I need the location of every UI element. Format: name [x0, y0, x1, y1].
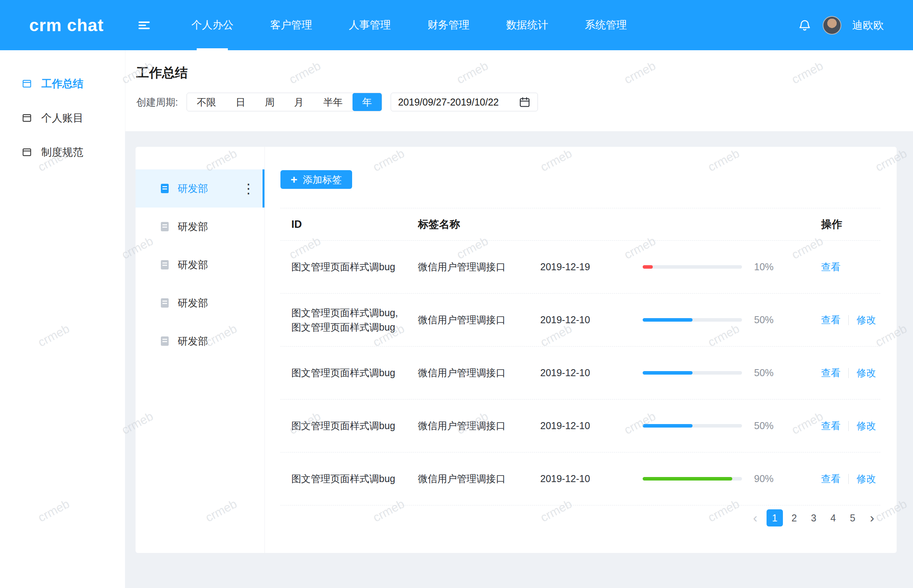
table-row: 图文管理页面样式调bug, 图文管理页面样式调bug 微信用户管理调接口 201…	[280, 294, 880, 347]
nav-item-system-mgmt[interactable]: 系统管理	[566, 0, 645, 50]
cell-percent: 90%	[743, 473, 821, 484]
nav-item-personal-office[interactable]: 个人办公	[173, 0, 252, 50]
app-header: crm chat 个人办公 客户管理 人事管理 财务管理 数据统计 系统管理 迪…	[0, 0, 913, 50]
view-link[interactable]: 查看	[821, 472, 841, 485]
progress-fill	[643, 318, 693, 322]
cell-id: 图文管理页面样式调bug, 图文管理页面样式调bug	[280, 306, 407, 334]
dept-item[interactable]: 研发部	[136, 284, 264, 322]
menu-toggle-icon[interactable]	[137, 18, 152, 33]
table-row: 图文管理页面样式调bug 微信用户管理调接口 2019-12-19 10% 查看	[280, 241, 880, 294]
nav-item-finance-mgmt[interactable]: 财务管理	[409, 0, 488, 50]
edit-link[interactable]: 修改	[857, 419, 876, 432]
dept-label: 研发部	[178, 258, 208, 272]
sidebar-item-personal-account[interactable]: 个人账目	[0, 101, 125, 135]
view-link[interactable]: 查看	[821, 366, 841, 379]
nav-item-customer-mgmt[interactable]: 客户管理	[252, 0, 330, 50]
notification-bell-icon[interactable]	[798, 18, 812, 32]
pagination-prev-icon[interactable]: ‹	[747, 509, 763, 526]
cell-date: 2019-12-10	[529, 473, 632, 484]
cell-progress	[632, 424, 743, 428]
cell-id: 图文管理页面样式调bug	[280, 366, 407, 380]
action-divider	[848, 368, 849, 378]
work-summary-icon	[22, 79, 32, 89]
edit-link[interactable]: 修改	[857, 313, 876, 326]
sidebar-item-work-summary[interactable]: 工作总结	[0, 67, 125, 101]
add-tag-button[interactable]: + 添加标签	[280, 170, 352, 189]
period-option-halfyear[interactable]: 半年	[314, 93, 353, 111]
progress-fill	[643, 424, 693, 428]
cell-actions: 查看 修改	[821, 419, 880, 432]
edit-link[interactable]: 修改	[857, 366, 876, 379]
user-avatar[interactable]	[823, 16, 841, 35]
cell-tag-name: 微信用户管理调接口	[407, 419, 529, 432]
edit-link[interactable]: 修改	[857, 472, 876, 485]
sidebar-item-label: 个人账目	[41, 111, 83, 125]
header-right: 迪欧欧	[798, 16, 884, 35]
cell-progress	[632, 371, 743, 375]
dept-item[interactable]: 研发部 ⋮	[136, 169, 264, 208]
cell-tag-name: 微信用户管理调接口	[407, 261, 529, 273]
content-card: 研发部 ⋮ 研发部 研发部 研发部 研发部	[136, 147, 897, 553]
table-row: 图文管理页面样式调bug 微信用户管理调接口 2019-12-10 90% 查看…	[280, 452, 880, 505]
cell-actions: 查看 修改	[821, 313, 880, 326]
dept-item[interactable]: 研发部	[136, 246, 264, 284]
period-option-month[interactable]: 月	[284, 93, 314, 111]
progress-track	[643, 424, 742, 428]
cell-percent: 50%	[743, 367, 821, 379]
page-title: 工作总结	[136, 50, 913, 82]
document-icon	[160, 298, 169, 308]
pagination-page-1[interactable]: 1	[767, 509, 783, 526]
cell-tag-name: 微信用户管理调接口	[407, 472, 529, 485]
filter-label: 创建周期:	[136, 96, 178, 109]
view-link[interactable]: 查看	[821, 313, 841, 326]
nav-item-data-stats[interactable]: 数据统计	[488, 0, 566, 50]
watermark-text: crmeb	[790, 584, 826, 588]
header-id: ID	[280, 218, 407, 231]
pagination-next-icon[interactable]: ›	[864, 509, 880, 526]
period-option-unlimited[interactable]: 不限	[187, 93, 226, 111]
dept-item[interactable]: 研发部	[136, 322, 264, 360]
pagination-page-5[interactable]: 5	[844, 509, 861, 526]
sidebar-item-rules[interactable]: 制度规范	[0, 135, 125, 169]
table-row: 图文管理页面样式调bug 微信用户管理调接口 2019-12-10 50% 查看…	[280, 400, 880, 452]
period-option-year[interactable]: 年	[353, 93, 382, 111]
cell-date: 2019-12-10	[529, 367, 632, 379]
period-option-week[interactable]: 周	[255, 93, 284, 111]
cell-tag-name: 微信用户管理调接口	[407, 313, 529, 326]
cell-date: 2019-12-10	[529, 314, 632, 326]
sidebar-item-label: 制度规范	[41, 145, 83, 159]
top-nav: 个人办公 客户管理 人事管理 财务管理 数据统计 系统管理	[173, 0, 645, 50]
table-header-row: ID 标签名称 操作	[280, 208, 880, 241]
user-name[interactable]: 迪欧欧	[852, 18, 884, 32]
view-link[interactable]: 查看	[821, 261, 841, 273]
pagination-page-4[interactable]: 4	[825, 509, 841, 526]
left-sidebar: 工作总结 个人账目 制度规范	[0, 50, 125, 588]
view-link[interactable]: 查看	[821, 419, 841, 432]
progress-track	[643, 265, 742, 269]
dept-item[interactable]: 研发部	[136, 208, 264, 246]
cell-date: 2019-12-19	[529, 261, 632, 273]
filter-row: 创建周期: 不限 日 周 月 半年 年 2019/09/27-2019/10/2…	[136, 93, 913, 111]
table-row: 图文管理页面样式调bug 微信用户管理调接口 2019-12-10 50% 查看…	[280, 347, 880, 400]
dept-label: 研发部	[178, 334, 208, 348]
period-option-day[interactable]: 日	[226, 93, 255, 111]
cell-tag-name: 微信用户管理调接口	[407, 366, 529, 379]
document-icon	[160, 222, 169, 232]
calendar-icon	[519, 96, 531, 108]
sidebar-item-label: 工作总结	[41, 77, 83, 91]
plus-icon: +	[291, 174, 298, 185]
pagination-page-2[interactable]: 2	[786, 509, 802, 526]
department-list: 研发部 ⋮ 研发部 研发部 研发部 研发部	[136, 147, 265, 553]
rules-icon	[22, 147, 32, 157]
personal-account-icon	[22, 113, 32, 123]
date-range-picker[interactable]: 2019/09/27-2019/10/22	[391, 93, 538, 111]
watermark-text: crmeb	[622, 584, 658, 588]
nav-item-hr-mgmt[interactable]: 人事管理	[330, 0, 409, 50]
cell-id: 图文管理页面样式调bug	[280, 419, 407, 433]
progress-fill	[643, 265, 653, 269]
more-icon[interactable]: ⋮	[242, 182, 255, 195]
pagination-page-3[interactable]: 3	[805, 509, 822, 526]
cell-actions: 查看	[821, 261, 880, 273]
action-divider	[848, 315, 849, 325]
dept-label: 研发部	[178, 296, 208, 310]
